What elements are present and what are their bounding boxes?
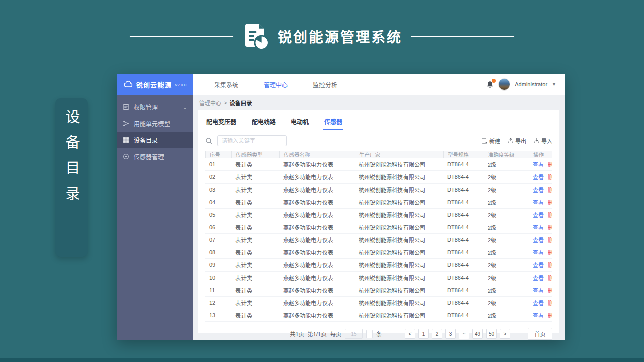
table-row: 13表计类燕赵多功能电力仪表杭州锐创能源科技有限公司DT864-42级查看删除 bbox=[205, 309, 552, 322]
delete-link[interactable]: 删除 bbox=[548, 186, 552, 194]
view-link[interactable]: 查看 bbox=[533, 299, 544, 307]
column-header: 传感器类型 bbox=[231, 151, 279, 158]
view-link[interactable]: 查看 bbox=[533, 223, 544, 231]
page-size-input[interactable]: 15 bbox=[345, 329, 363, 339]
table-cell: 04 bbox=[205, 199, 231, 205]
table-cell: 燕赵多功能电力仪表 bbox=[279, 274, 355, 282]
view-link[interactable]: 查看 bbox=[533, 311, 544, 319]
sidebar-item-device-catalog[interactable]: 设备目录 bbox=[117, 132, 193, 148]
nav-item-monitoring[interactable]: 监控分析 bbox=[313, 80, 337, 89]
table-row: 11表计类燕赵多功能电力仪表杭州锐创能源科技有限公司DT864-42级查看删除 bbox=[205, 284, 552, 297]
avatar[interactable] bbox=[498, 78, 510, 90]
table-cell: 杭州锐创能源科技有限公司 bbox=[355, 198, 443, 206]
delete-link[interactable]: 删除 bbox=[548, 311, 552, 319]
page-size-stepper[interactable] bbox=[366, 330, 373, 338]
table-cell: DT864-4 bbox=[443, 237, 484, 243]
row-actions: 查看删除 bbox=[529, 299, 552, 307]
view-link[interactable]: 查看 bbox=[533, 261, 544, 269]
table-cell: 11 bbox=[205, 287, 231, 293]
breadcrumb-current: 设备目录 bbox=[229, 99, 252, 107]
table-cell: DT864-4 bbox=[443, 224, 484, 230]
app-logo: 锐创云能源 V2.0.0 bbox=[117, 74, 193, 95]
table-row: 02表计类燕赵多功能电力仪表杭州锐创能源科技有限公司DT864-42级查看删除 bbox=[205, 171, 552, 184]
delete-link[interactable]: 删除 bbox=[548, 299, 552, 307]
create-icon bbox=[481, 138, 488, 144]
search-input[interactable] bbox=[217, 135, 287, 146]
page-button-1[interactable]: 1 bbox=[418, 329, 429, 339]
tab-sensor[interactable]: 传感器 bbox=[323, 115, 343, 130]
sidebar-item-label: 设备目录 bbox=[134, 136, 158, 144]
next-page-button[interactable]: > bbox=[500, 329, 510, 339]
app-main: 权限管理⌄用能单元模型设备目录传感器管理 管理中心 > 设备目录 配电变压器配电… bbox=[117, 95, 565, 340]
topbar-right: Administrator ▼ bbox=[486, 78, 565, 90]
page-title: 锐创能源管理系统 bbox=[278, 26, 403, 46]
app-topbar: 锐创云能源 V2.0.0 采集系统管理中心监控分析 Administrator … bbox=[117, 74, 565, 95]
row-actions: 查看删除 bbox=[529, 236, 552, 244]
table-cell: DT864-4 bbox=[443, 187, 484, 193]
breadcrumb-parent[interactable]: 管理中心 bbox=[199, 99, 221, 107]
view-link[interactable]: 查看 bbox=[533, 173, 544, 181]
page-button-2[interactable]: 2 bbox=[432, 329, 442, 339]
first-page-button[interactable]: 首页 bbox=[528, 328, 552, 340]
table-cell: 03 bbox=[205, 187, 231, 193]
view-link[interactable]: 查看 bbox=[533, 198, 544, 206]
table-cell: 表计类 bbox=[231, 274, 279, 282]
user-name[interactable]: Administrator bbox=[515, 81, 547, 87]
table-cell: 燕赵多功能电力仪表 bbox=[279, 160, 355, 168]
page-button-50[interactable]: 50 bbox=[486, 329, 497, 339]
nav-item-management[interactable]: 管理中心 bbox=[264, 80, 288, 89]
view-link[interactable]: 查看 bbox=[533, 211, 544, 219]
view-link[interactable]: 查看 bbox=[533, 248, 544, 256]
delete-link[interactable]: 删除 bbox=[548, 236, 552, 244]
delete-link[interactable]: 删除 bbox=[548, 223, 552, 231]
tab-transformer[interactable]: 配电变压器 bbox=[205, 115, 237, 130]
delete-link[interactable]: 删除 bbox=[548, 248, 552, 256]
per-page-suffix: 条 bbox=[376, 330, 382, 338]
table-cell: 表计类 bbox=[231, 186, 279, 194]
export-button[interactable]: 导出 bbox=[508, 137, 526, 145]
nav-item-collection[interactable]: 采集系统 bbox=[214, 80, 238, 89]
notification-bell-icon[interactable] bbox=[486, 81, 494, 88]
table-cell: 燕赵多功能电力仪表 bbox=[279, 223, 355, 231]
page-button-3[interactable]: 3 bbox=[445, 329, 456, 339]
view-link[interactable]: 查看 bbox=[533, 236, 544, 244]
delete-link[interactable]: 删除 bbox=[548, 198, 552, 206]
create-button[interactable]: 新建 bbox=[481, 137, 500, 145]
delete-link[interactable]: 删除 bbox=[548, 261, 552, 269]
breadcrumb: 管理中心 > 设备目录 bbox=[193, 95, 565, 110]
delete-link[interactable]: 删除 bbox=[548, 160, 552, 168]
page-header: 锐创能源管理系统 bbox=[0, 22, 644, 50]
page-button-49[interactable]: 49 bbox=[472, 329, 483, 339]
import-button[interactable]: 导入 bbox=[534, 137, 552, 145]
view-link[interactable]: 查看 bbox=[533, 186, 544, 194]
column-header: 序号 bbox=[205, 151, 231, 158]
delete-link[interactable]: 删除 bbox=[548, 274, 552, 282]
table-cell: 表计类 bbox=[231, 198, 279, 206]
sidebar-item-sensor-management[interactable]: 传感器管理 bbox=[117, 148, 193, 165]
export-label: 导出 bbox=[515, 137, 526, 145]
caret-down-icon[interactable]: ▼ bbox=[552, 82, 556, 87]
delete-link[interactable]: 删除 bbox=[548, 211, 552, 219]
import-icon bbox=[534, 138, 540, 144]
cloud-icon bbox=[123, 81, 133, 88]
view-link[interactable]: 查看 bbox=[533, 286, 544, 294]
title-divider-right bbox=[411, 36, 514, 37]
delete-link[interactable]: 删除 bbox=[548, 286, 552, 294]
delete-link[interactable]: 删除 bbox=[548, 173, 552, 181]
table-cell: DT864-4 bbox=[443, 262, 484, 268]
tab-line[interactable]: 配电线路 bbox=[251, 115, 277, 130]
sidebar-item-permission[interactable]: 权限管理⌄ bbox=[117, 99, 193, 115]
sidebar-item-energy-unit-model[interactable]: 用能单元模型 bbox=[117, 115, 193, 132]
table-cell: 燕赵多功能电力仪表 bbox=[279, 186, 355, 194]
prev-page-button[interactable]: < bbox=[405, 329, 415, 339]
table-cell: 表计类 bbox=[231, 311, 279, 319]
row-actions: 查看删除 bbox=[529, 186, 552, 194]
view-link[interactable]: 查看 bbox=[533, 274, 544, 282]
view-link[interactable]: 查看 bbox=[533, 160, 544, 168]
tab-motor[interactable]: 电动机 bbox=[290, 115, 310, 130]
content-area: 管理中心 > 设备目录 配电变压器配电线路电动机传感器 新建导出导入 bbox=[193, 95, 565, 340]
search-icon bbox=[205, 137, 213, 145]
table-cell: 杭州锐创能源科技有限公司 bbox=[355, 274, 443, 282]
table-cell: 杭州锐创能源科技有限公司 bbox=[355, 311, 443, 319]
pagination-current: 第1/1页 bbox=[308, 330, 327, 338]
